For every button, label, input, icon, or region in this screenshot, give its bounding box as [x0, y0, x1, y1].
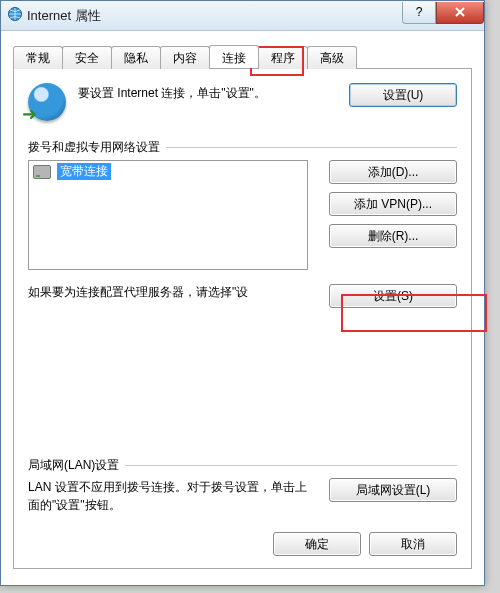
- tab-常规[interactable]: 常规: [13, 46, 63, 69]
- add-button[interactable]: 添加(D)...: [329, 160, 457, 184]
- titlebar[interactable]: Internet 属性 ?: [1, 1, 484, 31]
- cancel-button[interactable]: 取消: [369, 532, 457, 556]
- remove-button[interactable]: 删除(R)...: [329, 224, 457, 248]
- lan-group-label: 局域网(LAN)设置: [28, 457, 119, 474]
- intro-text: 要设置 Internet 连接，单击"设置"。: [78, 83, 339, 102]
- connection-item[interactable]: 宽带连接: [29, 161, 307, 182]
- lan-settings-button[interactable]: 局域网设置(L): [329, 478, 457, 502]
- divider: [125, 465, 457, 466]
- window-title: Internet 属性: [27, 7, 402, 25]
- connection-name: 宽带连接: [57, 163, 111, 180]
- divider: [166, 147, 457, 148]
- lan-text: LAN 设置不应用到拨号连接。对于拨号设置，单击上面的"设置"按钮。: [28, 478, 308, 514]
- ok-button[interactable]: 确定: [273, 532, 361, 556]
- connections-listbox[interactable]: 宽带连接: [28, 160, 308, 270]
- tab-连接[interactable]: 连接: [209, 45, 259, 68]
- tab-安全[interactable]: 安全: [62, 46, 112, 69]
- internet-options-icon: [7, 6, 23, 25]
- help-button[interactable]: ?: [402, 2, 436, 24]
- help-glyph: ?: [416, 5, 423, 19]
- dial-group-label: 拨号和虚拟专用网络设置: [28, 139, 160, 156]
- close-button[interactable]: [436, 2, 484, 24]
- tab-page-connections: ➜ 要设置 Internet 连接，单击"设置"。 设置(U) 拨号和虚拟专用网…: [13, 69, 472, 569]
- content-area: 常规安全隐私内容连接程序高级 ➜ 要设置 Internet 连接，单击"设置"。…: [1, 31, 484, 577]
- internet-properties-window: Internet 属性 ? 常规安全隐私内容连接程序高级 ➜ 要设置 Inter…: [0, 0, 485, 586]
- tab-strip: 常规安全隐私内容连接程序高级: [13, 45, 472, 69]
- tab-隐私[interactable]: 隐私: [111, 46, 161, 69]
- connection-setup-icon: ➜: [28, 83, 68, 121]
- settings-button[interactable]: 设置(S): [329, 284, 457, 308]
- tab-内容[interactable]: 内容: [160, 46, 210, 69]
- setup-button[interactable]: 设置(U): [349, 83, 457, 107]
- tab-高级[interactable]: 高级: [307, 46, 357, 69]
- tab-程序[interactable]: 程序: [258, 46, 308, 69]
- modem-icon: [33, 165, 51, 179]
- proxy-text: 如果要为连接配置代理服务器，请选择"设: [28, 284, 308, 301]
- add-vpn-button[interactable]: 添加 VPN(P)...: [329, 192, 457, 216]
- close-icon: [454, 6, 466, 18]
